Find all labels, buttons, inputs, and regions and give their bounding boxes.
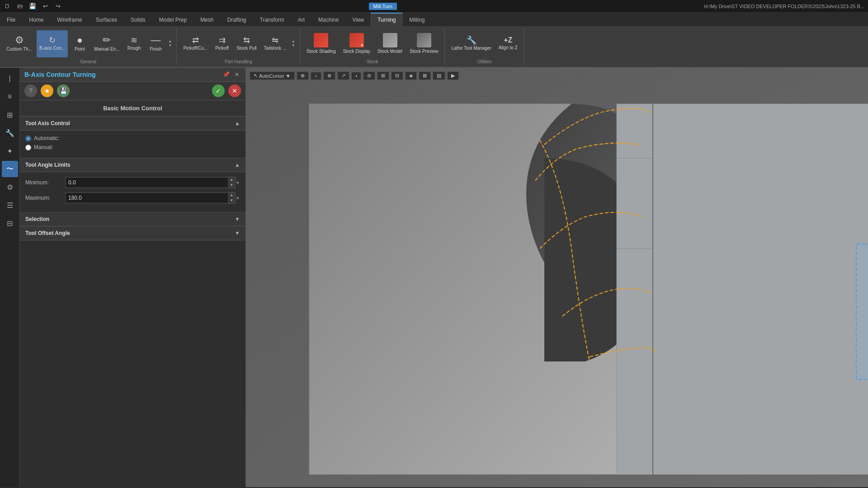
sidebar-icon-list[interactable]: ☰ (2, 197, 18, 213)
maximum-spinner-btns: ▲ ▼ (228, 192, 236, 204)
section-header-tool-offset[interactable]: Tool Offset Angle ▼ (20, 226, 245, 240)
maximum-up-btn[interactable]: ▲ (228, 192, 235, 198)
finish-label: Finish (150, 47, 162, 52)
radio-automatic[interactable] (25, 136, 31, 141)
cancel-button[interactable]: ✕ (228, 84, 241, 97)
minimum-spinner-btns: ▲ ▼ (228, 177, 236, 188)
general-scroll[interactable]: ▲ ▼ (167, 39, 173, 48)
maximum-dropdown[interactable]: ▼ (236, 196, 240, 201)
minimum-up-btn[interactable]: ▲ (228, 177, 235, 183)
tab-milling[interactable]: Milling (402, 13, 431, 26)
btn-stock-pull[interactable]: ⇆ Stock Pull (234, 30, 259, 57)
tab-mesh[interactable]: Mesh (193, 13, 220, 26)
btn-stock-shading[interactable]: Stock Shading (304, 30, 339, 57)
manual-en-label: Manual En... (94, 47, 119, 52)
ok-button[interactable]: ✓ (212, 84, 225, 97)
section-header-selection[interactable]: Selection ▼ (20, 212, 245, 226)
tab-machine[interactable]: Machine (311, 13, 345, 26)
vp-tool-12[interactable]: ▶ (447, 71, 459, 80)
lathe-tool-icon: 🔧 (467, 36, 476, 44)
tool-offset-title: Tool Offset Angle (25, 230, 70, 236)
autocursor-btn[interactable]: ↖ AutoCursor ▼ (250, 71, 295, 80)
sidebar-icon-wrench[interactable]: 🔧 (2, 125, 18, 141)
sidebar-icon-gear[interactable]: ⚙ (2, 179, 18, 195)
tab-drafting[interactable]: Drafting (220, 13, 253, 26)
undo-icon[interactable]: ↩ (42, 3, 49, 10)
vp-tool-4[interactable]: ↗ (337, 71, 349, 80)
part-handling-scroll[interactable]: ▲ ▼ (291, 39, 296, 48)
star-button[interactable]: ★ (41, 84, 53, 97)
minimum-label: Minimum: (25, 179, 61, 186)
stock-shading-icon (314, 33, 328, 47)
save-button[interactable]: 💾 (57, 84, 70, 97)
help-button[interactable]: ? (24, 84, 37, 97)
panel-controls: 📌 ✕ (222, 70, 241, 79)
vp-tool-1[interactable]: ⊕ (297, 71, 309, 80)
btn-stock-model[interactable]: Stock Model (375, 30, 405, 57)
btn-stock-display[interactable]: ▼ Stock Display (340, 30, 373, 57)
radio-manual[interactable] (25, 145, 31, 150)
sidebar-icon-layers[interactable]: ≡ (2, 89, 18, 105)
sidebar-icon-table[interactable]: ⊟ (2, 215, 18, 231)
tab-surfaces[interactable]: Surfaces (89, 13, 124, 26)
vp-tool-7[interactable]: ⊞ (377, 71, 389, 80)
vp-tool-6[interactable]: ⊘ (363, 71, 375, 80)
btn-pickoff-cu[interactable]: ⇄ Pickoff/Cu... (180, 30, 210, 57)
section-header-tool-axis[interactable]: Tool Axis Control ▲ (20, 117, 245, 131)
btn-finish[interactable]: — Finish (146, 30, 165, 57)
maximum-input[interactable] (65, 192, 228, 203)
panel-pin-btn[interactable]: 📌 (222, 70, 230, 79)
new-icon[interactable]: 🗋 (4, 3, 11, 10)
radio-manual-label[interactable]: Manual: (34, 144, 53, 150)
btn-align-to-z[interactable]: +Z Align to Z (496, 30, 520, 57)
baxis-con-label: B-axis Con... (39, 46, 65, 51)
btn-manual-en[interactable]: ✏ Manual En... (91, 30, 122, 57)
tab-solids[interactable]: Solids (124, 13, 152, 26)
redo-icon[interactable]: ↪ (54, 3, 61, 10)
tab-art[interactable]: Art (291, 13, 311, 26)
stock-preview-icon (417, 33, 431, 47)
btn-baxis-con[interactable]: ↻ B-axis Con... (37, 30, 68, 57)
sidebar-icon-wave[interactable]: 〜 (2, 161, 18, 177)
align-to-z-label: Align to Z (499, 45, 518, 51)
tab-view[interactable]: View (345, 13, 371, 26)
panel-close-btn[interactable]: ✕ (233, 70, 241, 79)
section-header-tool-angle[interactable]: Tool Angle Limits ▲ (20, 158, 245, 172)
sidebar-icon-grid[interactable]: ⊞ (2, 107, 18, 123)
sidebar-icon-star[interactable]: ✦ (2, 143, 18, 159)
titlebar: 🗋 🗁 💾 ↩ ↪ Mill-Turn H:\My Drive\ST VIDEO… (0, 0, 868, 13)
autocursor-label: AutoCursor (259, 73, 284, 79)
tab-transform[interactable]: Transform (253, 13, 291, 26)
maximum-down-btn[interactable]: ▼ (228, 198, 235, 203)
sidebar-icon-line[interactable]: | (2, 70, 18, 87)
custom-th-label: Custom Th... (6, 47, 32, 52)
minimum-down-btn[interactable]: ▼ (228, 183, 235, 188)
tab-model-prep[interactable]: Model Prep (152, 13, 193, 26)
btn-rough[interactable]: ≋ Rough (124, 30, 144, 57)
minimum-input[interactable] (65, 177, 228, 188)
vp-tool-10[interactable]: ⊠ (419, 71, 431, 80)
minimum-dropdown[interactable]: ▼ (236, 180, 240, 185)
vp-tool-8[interactable]: ⊟ (391, 71, 403, 80)
form-row-minimum: Minimum: ▲ ▼ ▼ (25, 177, 240, 188)
btn-stock-preview[interactable]: Stock Preview (407, 30, 441, 57)
tab-file[interactable]: File (0, 13, 22, 26)
save-icon[interactable]: 💾 (29, 3, 36, 10)
btn-pickoff[interactable]: ⇉ Pickoff (212, 30, 232, 57)
radio-automatic-label[interactable]: Automatic: (34, 135, 60, 141)
tab-wireframe[interactable]: Wireframe (50, 13, 89, 26)
btn-lathe-tool[interactable]: 🔧 Lathe Tool Manager (448, 30, 494, 57)
btn-tailstock[interactable]: ⇋ Tailstock ... (261, 30, 289, 57)
btn-custom-th[interactable]: ⚙ Custom Th... (4, 30, 35, 57)
group-general: ⚙ Custom Th... ↻ B-axis Con... ● Point ✏… (0, 28, 177, 65)
btn-point[interactable]: ● Point (70, 30, 90, 57)
vp-tool-3[interactable]: ⊗ (323, 71, 335, 80)
vp-tool-11[interactable]: ▤ (433, 71, 445, 80)
vp-tool-5[interactable]: • (351, 72, 361, 80)
tab-turning[interactable]: Turning (371, 13, 402, 26)
open-icon[interactable]: 🗁 (16, 3, 24, 10)
vp-tool-9[interactable]: ◈ (405, 71, 417, 80)
tab-home[interactable]: Home (22, 13, 50, 26)
viewport[interactable]: ↖ AutoCursor ▼ ⊕ ○ ⊗ ↗ • ⊘ ⊞ ⊟ ◈ ⊠ ▤ ▶ (246, 68, 868, 487)
vp-tool-2[interactable]: ○ (311, 72, 322, 80)
